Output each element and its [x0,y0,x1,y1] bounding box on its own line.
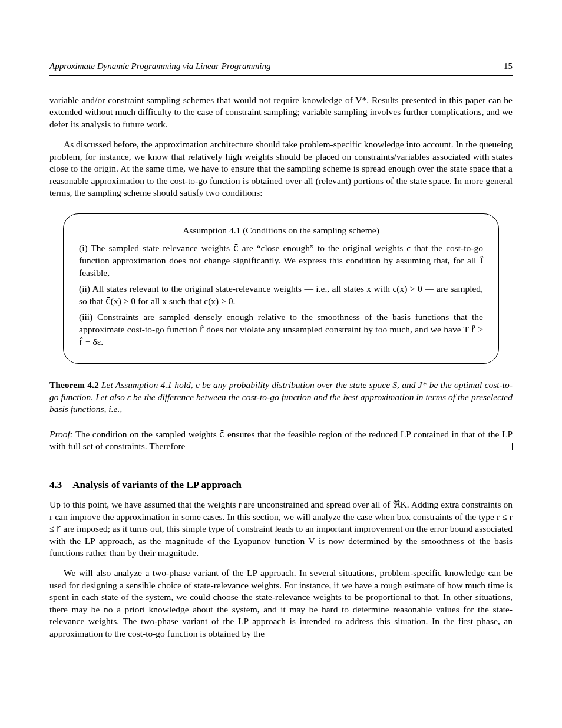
page-number: 15 [504,61,513,71]
section-paragraph-2: We will also analyze a two-phase variant… [49,567,513,640]
theorem-4-2: Theorem 4.2 Let Assumption 4.1 hold, c b… [49,379,513,415]
proof-label: Proof: [49,429,73,439]
section-title-text: Analysis of variants of the LP approach [72,479,242,492]
paragraph-intro: variable and/or constraint sampling sche… [49,94,513,130]
assumption-box: Assumption 4.1 (Conditions on the sampli… [63,213,499,364]
assumption-item-2: (ii) All states relevant to the original… [79,283,483,308]
assumption-item-3: (iii) Constraints are sampled densely en… [79,311,483,348]
proof-text: The condition on the sampled weights c̄ … [49,429,513,451]
theorem-label: Theorem 4.2 [49,380,99,390]
paragraph-2: As discussed before, the approximation a… [49,139,513,199]
section-paragraph-1: Up to this point, we have assumed that t… [49,499,513,559]
header-title: Approximate Dynamic Programming via Line… [49,61,270,71]
section-number: 4.3 [49,479,62,492]
theorem-body: Let Assumption 4.1 hold, c be any probab… [49,380,513,414]
section-4-3-heading: 4.3 Analysis of variants of the LP appro… [49,479,513,492]
assumption-item-1: (i) The sampled state relevance weights … [79,242,483,279]
qed-box-icon [505,443,513,450]
assumption-title: Assumption 4.1 (Conditions on the sampli… [79,225,483,236]
header-rule [49,75,513,76]
assumption-list: (i) The sampled state relevance weights … [79,242,483,348]
proof: Proof: The condition on the sampled weig… [49,429,513,453]
